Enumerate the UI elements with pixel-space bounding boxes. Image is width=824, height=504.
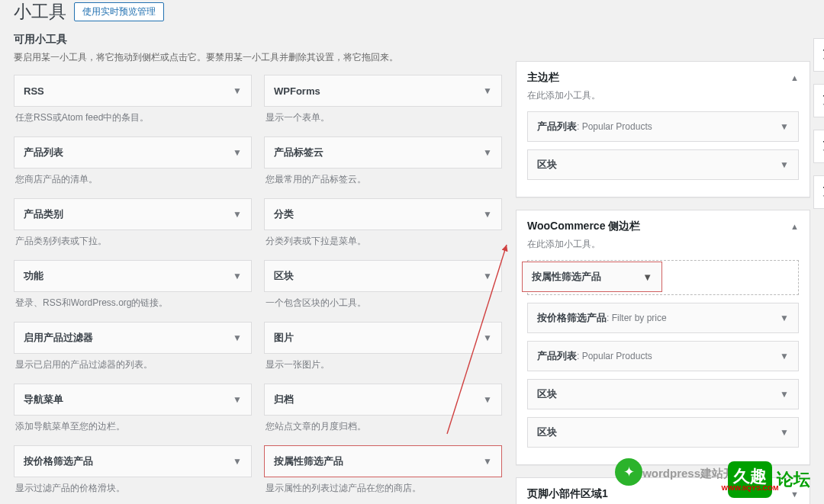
caret-down-icon: ▼ bbox=[233, 394, 242, 405]
widget-label: 区块 bbox=[537, 426, 557, 438]
widget-name: 按属性筛选产品 bbox=[274, 454, 343, 468]
page-title: 小工具 bbox=[14, 0, 66, 24]
sidebar-widget[interactable]: 区块▼ bbox=[527, 149, 799, 180]
area-title: WooCommerce 侧边栏 bbox=[527, 220, 640, 233]
widget-label: 产品列表 bbox=[537, 350, 577, 361]
sidebar-widget[interactable]: 区块▼ bbox=[527, 379, 799, 409]
collapsed-area-peek[interactable]: 页 bbox=[813, 84, 824, 117]
caret-down-icon: ▼ bbox=[780, 313, 789, 323]
caret-down-icon: ▼ bbox=[642, 271, 652, 283]
widget-name: RSS bbox=[24, 85, 44, 97]
widget-description: 显示过滤产品的价格滑块。 bbox=[14, 482, 252, 495]
caret-down-icon: ▼ bbox=[780, 427, 789, 438]
widget-subtitle: : Popular Products bbox=[577, 351, 652, 361]
widget-name: 产品标签云 bbox=[274, 146, 323, 159]
widget-label: 产品列表 bbox=[537, 120, 577, 132]
caret-down-icon: ▼ bbox=[483, 271, 492, 281]
area-title: 主边栏 bbox=[527, 71, 559, 85]
widget-name: 功能 bbox=[24, 269, 43, 283]
widget-name: 启用产品过滤器 bbox=[24, 331, 93, 345]
area-header-woo[interactable]: WooCommerce 侧边栏 ▲ bbox=[527, 220, 799, 233]
available-widget[interactable]: 产品列表▼ bbox=[14, 136, 252, 169]
widget-description: 显示属性的列表过滤产品在您的商店。 bbox=[264, 482, 502, 495]
collapsed-area-peek[interactable]: 页 bbox=[813, 130, 824, 163]
widget-name: WPForms bbox=[274, 85, 320, 97]
widget-label: 按价格筛选产品 bbox=[537, 312, 607, 323]
widget-name: 归档 bbox=[274, 393, 294, 406]
widget-name: 分类 bbox=[274, 207, 294, 221]
wechat-icon: ✦ bbox=[615, 458, 642, 486]
widget-description: 您站点文章的月度归档。 bbox=[264, 420, 502, 433]
caret-down-icon: ▼ bbox=[483, 332, 492, 343]
collapsed-area-peek[interactable]: 页 bbox=[813, 38, 824, 72]
widget-name: 产品列表 bbox=[24, 146, 63, 159]
available-widget[interactable]: 区块▼ bbox=[264, 260, 502, 292]
widget-description: 显示已启用的产品过滤器的列表。 bbox=[14, 358, 252, 371]
sidebar-widget[interactable]: 产品列表: Popular Products▼ bbox=[527, 341, 799, 371]
widget-subtitle: : Filter by price bbox=[607, 313, 667, 323]
widget-label: 区块 bbox=[537, 388, 557, 400]
collapsed-area-peek[interactable]: 页 bbox=[813, 175, 824, 209]
sidebar-widget[interactable]: 产品列表: Popular Products▼ bbox=[527, 111, 799, 142]
available-widget[interactable]: 图片▼ bbox=[264, 322, 502, 354]
sidebar-area-woocommerce: WooCommerce 侧边栏 ▲ 在此添加小工具。 按属性筛选产品 ▼ 按价格… bbox=[516, 210, 810, 465]
available-widgets-heading: 可用小工具 bbox=[14, 33, 810, 47]
available-widget[interactable]: 启用产品过滤器▼ bbox=[14, 322, 252, 354]
sidebar-widget[interactable]: 按价格筛选产品: Filter by price▼ bbox=[527, 303, 799, 333]
caret-down-icon: ▼ bbox=[233, 332, 242, 343]
caret-down-icon: ▼ bbox=[780, 351, 789, 361]
available-widget[interactable]: 分类▼ bbox=[264, 198, 502, 230]
watermark-text: 论坛 bbox=[777, 468, 810, 491]
caret-down-icon: ▼ bbox=[483, 85, 492, 96]
caret-down-icon: ▼ bbox=[233, 85, 242, 96]
caret-down-icon: ▼ bbox=[233, 209, 242, 220]
widget-label: 区块 bbox=[537, 159, 557, 170]
caret-down-icon: ▼ bbox=[780, 159, 789, 170]
widget-description: 任意RSS或Atom feed中的条目。 bbox=[14, 111, 252, 124]
widget-name: 导航菜单 bbox=[24, 393, 63, 406]
caret-down-icon: ▼ bbox=[483, 394, 492, 405]
available-widget[interactable]: 产品类别▼ bbox=[14, 198, 252, 230]
area-header-main[interactable]: 主边栏 ▲ bbox=[527, 71, 799, 85]
widget-description: 显示一张图片。 bbox=[264, 358, 502, 371]
live-preview-button[interactable]: 使用实时预览管理 bbox=[74, 2, 164, 21]
widget-description: 您商店产品的清单。 bbox=[14, 173, 252, 186]
caret-down-icon: ▼ bbox=[483, 456, 492, 467]
available-widget[interactable]: WPForms▼ bbox=[264, 75, 502, 107]
caret-down-icon: ▼ bbox=[483, 147, 492, 158]
widget-description: 分类列表或下拉是菜单。 bbox=[264, 235, 502, 248]
caret-down-icon: ▼ bbox=[780, 389, 789, 400]
widget-drop-zone[interactable]: 按属性筛选产品 ▼ bbox=[527, 260, 799, 295]
widget-description: 添加导航菜单至您的边栏。 bbox=[14, 420, 252, 433]
available-widget[interactable]: 按价格筛选产品▼ bbox=[14, 445, 252, 477]
caret-down-icon: ▼ bbox=[233, 456, 242, 467]
widget-description: 一个包含区块的小工具。 bbox=[264, 297, 502, 310]
available-widget[interactable]: 功能▼ bbox=[14, 260, 252, 292]
caret-down-icon: ▼ bbox=[780, 121, 789, 132]
widget-description: 产品类别列表或下拉。 bbox=[14, 235, 252, 248]
available-widget[interactable]: 按属性筛选产品▼ bbox=[264, 445, 502, 477]
widget-description: 您最常用的产品标签云。 bbox=[264, 173, 502, 186]
widget-label: 按属性筛选产品 bbox=[532, 270, 601, 284]
widget-name: 区块 bbox=[274, 269, 294, 283]
sidebar-widget[interactable]: 区块▼ bbox=[527, 417, 799, 448]
widget-subtitle: : Popular Products bbox=[577, 121, 652, 132]
caret-down-icon: ▼ bbox=[233, 147, 242, 158]
widget-name: 图片 bbox=[274, 331, 294, 345]
dragged-widget[interactable]: 按属性筛选产品 ▼ bbox=[522, 262, 662, 292]
area-desc: 在此添加小工具。 bbox=[527, 238, 799, 251]
available-widget[interactable]: 导航菜单▼ bbox=[14, 384, 252, 416]
widget-description: 登录、RSS和WordPress.org的链接。 bbox=[14, 297, 252, 310]
sidebar-area-main: 主边栏 ▲ 在此添加小工具。 产品列表: Popular Products▼区块… bbox=[516, 61, 810, 197]
caret-up-icon: ▲ bbox=[790, 222, 799, 231]
available-widget[interactable]: RSS▼ bbox=[14, 75, 252, 107]
widget-name: 产品类别 bbox=[24, 207, 63, 221]
widget-name: 按价格筛选产品 bbox=[24, 454, 93, 468]
watermark: 久趣 WWW.9QYS.COM 论坛 bbox=[728, 461, 810, 498]
available-widget[interactable]: 归档▼ bbox=[264, 384, 502, 416]
watermark-logo: 久趣 WWW.9QYS.COM bbox=[728, 461, 772, 498]
available-widget[interactable]: 产品标签云▼ bbox=[264, 136, 502, 169]
area-desc: 在此添加小工具。 bbox=[527, 89, 799, 102]
caret-up-icon: ▲ bbox=[790, 73, 799, 82]
caret-down-icon: ▼ bbox=[233, 271, 242, 281]
